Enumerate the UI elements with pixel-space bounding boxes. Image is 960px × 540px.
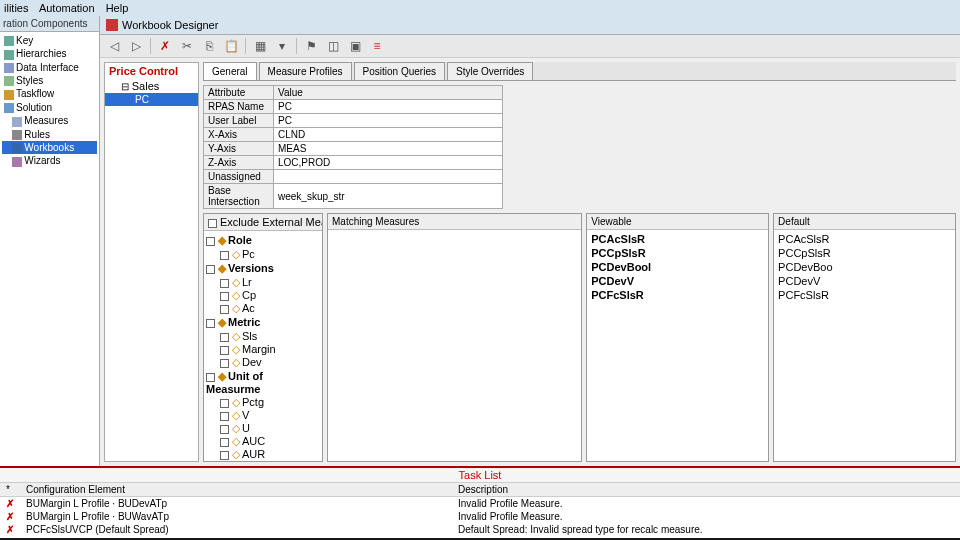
group-metric[interactable]: ◆Metric [206, 315, 320, 330]
tasklist-col: * [0, 483, 20, 497]
default-list[interactable]: PCAcSlsRPCCpSlsRPCDevBooPCDevVPCFcSlsR [774, 230, 955, 461]
list-item[interactable]: PCDevV [776, 274, 953, 288]
tool2-button[interactable]: ▣ [347, 38, 363, 54]
viewable-list[interactable]: PCAcSlsRPCCpSlsRPCDevBoolPCDevVPCFcSlsR [587, 230, 768, 461]
list-item[interactable]: ◇Dev [206, 356, 320, 369]
tool1-button[interactable]: ◫ [325, 38, 341, 54]
group-versions[interactable]: ◆Versions [206, 261, 320, 276]
component-wizards[interactable]: Wizards [2, 154, 97, 167]
delete-button[interactable]: ✗ [157, 38, 173, 54]
list-item[interactable]: ◇Margin [206, 343, 320, 356]
list-item[interactable]: PCCpSlsR [589, 246, 766, 260]
list-item[interactable]: ◇V [206, 409, 320, 422]
attributes-table-container: AttributeValueRPAS NamePCUser LabelPCX-A… [203, 85, 503, 209]
table-row[interactable]: Y-AxisMEAS [204, 142, 503, 156]
matching-header: Matching Measures [328, 214, 581, 230]
tab-measure-profiles[interactable]: Measure Profiles [259, 62, 352, 80]
exclude-tree[interactable]: ◆Role◇Pc◆Versions◇Lr◇Cp◇Ac◆Metric◇Sls◇Ma… [204, 231, 322, 461]
components-tree[interactable]: KeyHierarchiesData InterfaceStylesTaskfl… [0, 32, 99, 170]
matching-panel: Matching Measures [327, 213, 582, 462]
cut-button[interactable]: ✂ [179, 38, 195, 54]
task-list-panel: Task List *Configuration ElementDescript… [0, 466, 960, 538]
menu-help[interactable]: Help [106, 2, 129, 14]
table-row[interactable]: Z-AxisLOC,PROD [204, 156, 503, 170]
component-workbooks[interactable]: Workbooks [2, 141, 97, 154]
task-list-table[interactable]: *Configuration ElementDescription✗BUMarg… [0, 483, 960, 536]
list-item[interactable]: PCDevBoo [776, 260, 953, 274]
group-unit-of-measurme[interactable]: ◆Unit of Measurme [206, 369, 320, 396]
list-item[interactable]: PCAcSlsR [776, 232, 953, 246]
menu-bar: ilities Automation Help [0, 0, 960, 16]
workbook-content: GeneralMeasure ProfilesPosition QueriesS… [203, 62, 956, 462]
attributes-table[interactable]: AttributeValueRPAS NamePCUser LabelPCX-A… [203, 85, 503, 209]
dropdown-button[interactable]: ▾ [274, 38, 290, 54]
exclude-header: Exclude External Measures [204, 214, 322, 231]
forward-button[interactable]: ▷ [128, 38, 144, 54]
component-data-interface[interactable]: Data Interface [2, 61, 97, 74]
grid-button[interactable]: ▦ [252, 38, 268, 54]
menu-utilities[interactable]: ilities [4, 2, 28, 14]
attr-col-value: Value [274, 86, 503, 100]
menu-automation[interactable]: Automation [39, 2, 95, 14]
list-item[interactable]: ◇AUR [206, 448, 320, 461]
tab-general[interactable]: General [203, 62, 257, 80]
list-item[interactable]: ◇Ac [206, 302, 320, 315]
paste-button[interactable]: 📋 [223, 38, 239, 54]
nav-child[interactable]: ⊟ Sales [105, 79, 198, 93]
tab-position-queries[interactable]: Position Queries [354, 62, 445, 80]
list-item[interactable]: ◇U [206, 422, 320, 435]
list-item[interactable]: ◇Sls [206, 330, 320, 343]
tab-style-overrides[interactable]: Style Overrides [447, 62, 533, 80]
workbook-nav[interactable]: Price Control ⊟ Sales PC [104, 62, 199, 462]
component-key[interactable]: Key [2, 34, 97, 47]
exclude-panel: Exclude External Measures ◆Role◇Pc◆Versi… [203, 213, 323, 462]
component-measures[interactable]: Measures [2, 114, 97, 127]
list-item[interactable]: ◇AUC [206, 435, 320, 448]
component-solution[interactable]: Solution [2, 101, 97, 114]
list-item[interactable]: PCDevBool [589, 260, 766, 274]
matching-body[interactable] [328, 230, 581, 461]
main-area: ration Components KeyHierarchiesData Int… [0, 16, 960, 466]
workbook-icon [106, 19, 118, 31]
table-row[interactable]: Unassigned [204, 170, 503, 184]
component-hierarchies[interactable]: Hierarchies [2, 47, 97, 60]
copy-button[interactable]: ⎘ [201, 38, 217, 54]
flag-button[interactable]: ⚑ [303, 38, 319, 54]
workbook-title-bar: Workbook Designer [100, 16, 960, 35]
group-role[interactable]: ◆Role [206, 233, 320, 248]
list-item[interactable]: ◇Pc [206, 248, 320, 261]
task-row[interactable]: ✗BUMargin L Profile · BUDevATpInvalid Pr… [0, 497, 960, 511]
list-item[interactable]: ◇Pctg [206, 396, 320, 409]
list-item[interactable]: ◇Cp [206, 289, 320, 302]
list-item[interactable]: PCFcSlsR [776, 288, 953, 302]
nav-root[interactable]: Price Control [105, 63, 198, 79]
list-item[interactable]: PCFcSlsR [589, 288, 766, 302]
list-item[interactable]: PCAcSlsR [589, 232, 766, 246]
task-row[interactable]: ✗PCFcSlsUVCP (Default Spread)Default Spr… [0, 523, 960, 536]
nav-leaf[interactable]: PC [105, 93, 198, 106]
workbook-body: Price Control ⊟ Sales PC GeneralMeasure … [100, 58, 960, 466]
task-list-title: Task List [0, 468, 960, 483]
table-row[interactable]: RPAS NamePC [204, 100, 503, 114]
toolbar: ◁ ▷ ✗ ✂ ⎘ 📋 ▦ ▾ ⚑ ◫ ▣ ≡ [100, 35, 960, 58]
list-item[interactable]: PCCpSlsR [776, 246, 953, 260]
component-taskflow[interactable]: Taskflow [2, 87, 97, 100]
component-rules[interactable]: Rules [2, 128, 97, 141]
chart-button[interactable]: ≡ [369, 38, 385, 54]
viewable-header: Viewable [587, 214, 768, 230]
table-row[interactable]: User LabelPC [204, 114, 503, 128]
workbook-designer: Workbook Designer ◁ ▷ ✗ ✂ ⎘ 📋 ▦ ▾ ⚑ ◫ ▣ … [100, 16, 960, 466]
default-header: Default [774, 214, 955, 230]
back-button[interactable]: ◁ [106, 38, 122, 54]
viewable-panel: Viewable PCAcSlsRPCCpSlsRPCDevBoolPCDevV… [586, 213, 769, 462]
table-row[interactable]: Base Intersectionweek_skup_str [204, 184, 503, 209]
components-header: ration Components [0, 16, 99, 32]
exclude-all-checkbox[interactable] [208, 219, 217, 228]
task-row[interactable]: ✗BUMargin L Profile · BUWavATpInvalid Pr… [0, 510, 960, 523]
list-item[interactable]: PCDevV [589, 274, 766, 288]
list-item[interactable]: ◇Lr [206, 276, 320, 289]
tasklist-col: Description [452, 483, 960, 497]
table-row[interactable]: X-AxisCLND [204, 128, 503, 142]
default-panel: Default PCAcSlsRPCCpSlsRPCDevBooPCDevVPC… [773, 213, 956, 462]
component-styles[interactable]: Styles [2, 74, 97, 87]
